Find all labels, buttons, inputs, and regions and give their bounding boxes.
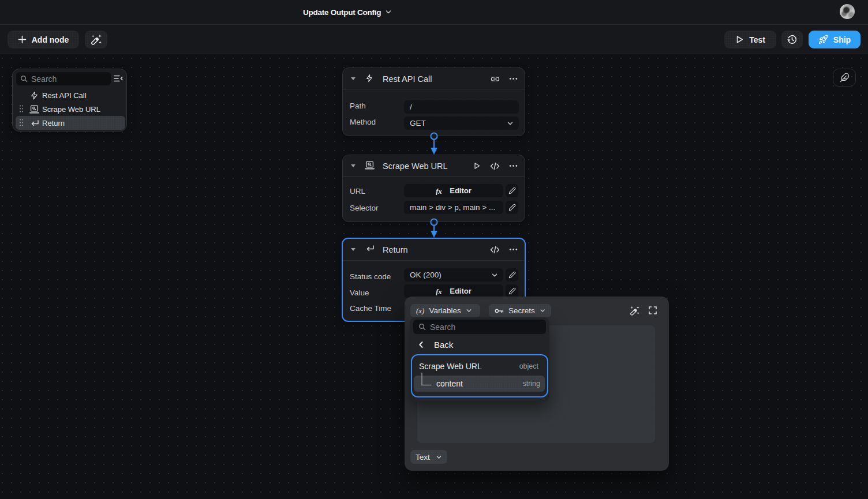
svg-text:fx: fx: [436, 287, 442, 295]
svg-text:fx: fx: [436, 187, 442, 195]
